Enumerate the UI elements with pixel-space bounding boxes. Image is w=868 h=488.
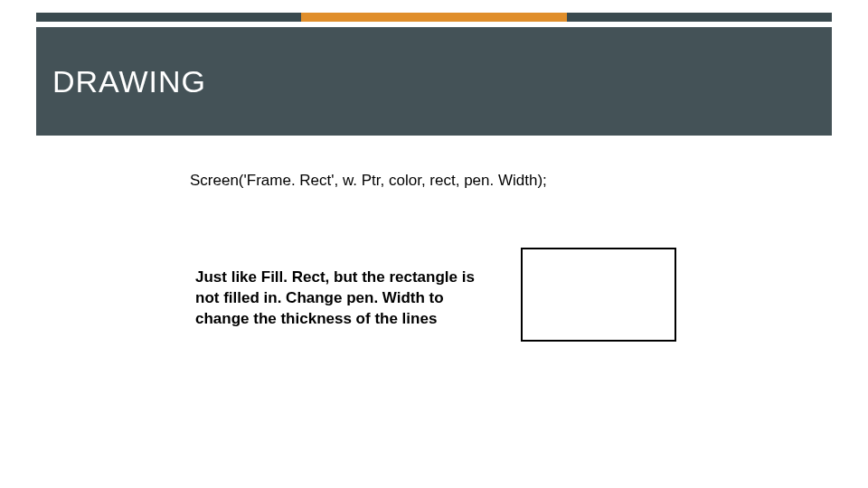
accent-segment-middle xyxy=(301,13,566,22)
accent-bar xyxy=(36,13,832,22)
frame-rect-illustration xyxy=(521,248,676,342)
body-row: Just like Fill. Rect, but the rectangle … xyxy=(195,267,760,342)
content-area: Screen('Frame. Rect', w. Ptr, color, rec… xyxy=(190,172,760,190)
title-band: DRAWING xyxy=(36,27,832,136)
page-title: DRAWING xyxy=(52,64,206,99)
accent-segment-left xyxy=(36,13,301,22)
code-line: Screen('Frame. Rect', w. Ptr, color, rec… xyxy=(190,172,760,190)
accent-segment-right xyxy=(567,13,832,22)
description-text: Just like Fill. Rect, but the rectangle … xyxy=(195,267,485,330)
